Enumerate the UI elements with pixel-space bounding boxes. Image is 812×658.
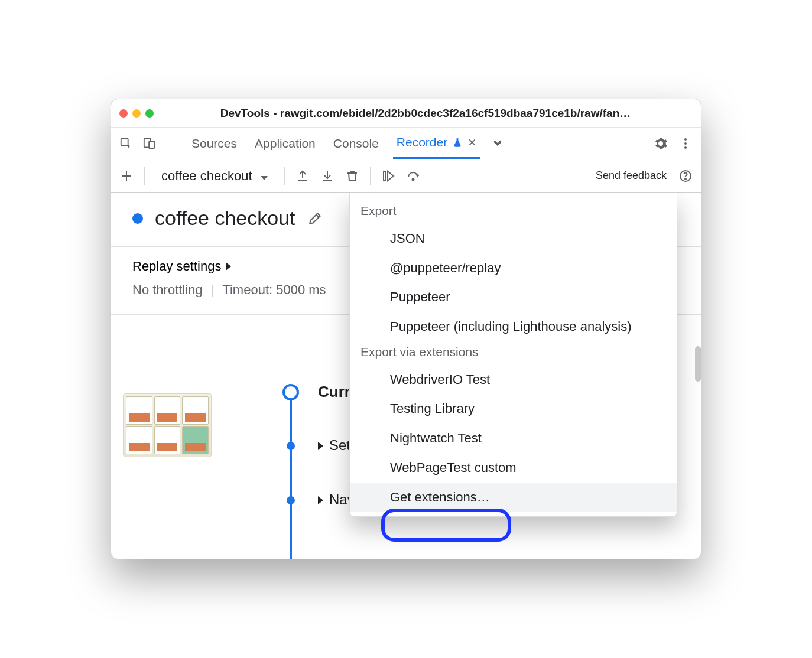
tab-recorder-label: Recorder <box>397 135 447 149</box>
tab-recorder[interactable]: Recorder <box>393 128 480 159</box>
tab-application[interactable]: Application <box>251 128 319 159</box>
separator <box>370 167 371 185</box>
help-icon[interactable] <box>678 169 693 183</box>
close-tab-icon[interactable] <box>467 138 477 147</box>
scrollbar[interactable] <box>695 346 701 382</box>
recording-selector[interactable]: coffee checkout <box>155 168 274 184</box>
zoom-icon[interactable] <box>145 109 154 118</box>
export-nightwatch[interactable]: Nightwatch Test <box>350 424 677 453</box>
import-icon[interactable] <box>320 169 334 183</box>
get-extensions[interactable]: Get extensions… <box>350 483 677 512</box>
device-toggle-icon[interactable] <box>143 137 156 150</box>
devtools-tabs: Sources Application Console Recorder <box>111 128 701 159</box>
devtools-window: DevTools - rawgit.com/ebidel/2d2bb0cdec3… <box>111 99 701 559</box>
step-over-icon[interactable] <box>406 169 420 183</box>
record-dot-icon <box>132 213 143 224</box>
export-section-label: Export <box>350 200 677 224</box>
window-title: DevTools - rawgit.com/ebidel/2d2bb0cdec3… <box>158 107 693 120</box>
flask-icon <box>452 137 463 148</box>
separator <box>284 167 285 185</box>
delete-icon[interactable] <box>345 169 359 183</box>
separator <box>144 167 145 185</box>
export-dropdown: Export JSON @puppeteer/replay Puppeteer … <box>349 193 677 517</box>
recording-title: coffee checkout <box>155 207 295 230</box>
tab-sources[interactable]: Sources <box>188 128 241 159</box>
add-recording-icon[interactable] <box>119 169 134 183</box>
tab-console[interactable]: Console <box>330 128 382 159</box>
chevron-right-icon <box>318 491 323 508</box>
recorder-toolbar: coffee checkout Send feedback <box>111 159 701 193</box>
timeline-start-icon <box>282 384 299 400</box>
export-puppeteer-lighthouse[interactable]: Puppeteer (including Lighthouse analysis… <box>350 312 677 341</box>
svg-rect-2 <box>149 141 154 148</box>
page-thumbnail <box>123 393 212 457</box>
export-puppeteer[interactable]: Puppeteer <box>350 282 677 312</box>
titlebar: DevTools - rawgit.com/ebidel/2d2bb0cdec3… <box>111 99 701 128</box>
export-puppeteer-replay[interactable]: @puppeteer/replay <box>350 253 677 283</box>
export-icon[interactable] <box>295 169 310 183</box>
svg-point-4 <box>684 142 687 145</box>
throttling-value: No throttling <box>132 282 203 298</box>
chevron-right-icon <box>318 437 323 454</box>
svg-point-3 <box>684 138 687 141</box>
recorder-content: coffee checkout Replay settings No throt… <box>111 193 701 559</box>
export-testing-library[interactable]: Testing Library <box>350 394 677 424</box>
send-feedback-link[interactable]: Send feedback <box>596 170 667 182</box>
kebab-menu-icon[interactable] <box>678 136 693 151</box>
chevron-right-icon <box>226 259 231 274</box>
minimize-icon[interactable] <box>132 109 141 118</box>
timeline-line <box>290 400 292 559</box>
timeline-bullet-icon <box>287 496 295 504</box>
edit-icon[interactable] <box>307 211 323 226</box>
replay-settings-label: Replay settings <box>132 259 221 274</box>
export-webdriverio[interactable]: WebdriverIO Test <box>350 365 677 395</box>
close-icon[interactable] <box>119 109 128 118</box>
timeline-bullet-icon <box>287 442 295 450</box>
timeout-value: Timeout: 5000 ms <box>222 282 326 298</box>
replay-icon[interactable] <box>381 169 395 183</box>
chevron-down-icon <box>261 168 268 184</box>
svg-point-9 <box>685 178 686 180</box>
inspect-icon[interactable] <box>119 137 132 150</box>
svg-point-5 <box>684 146 687 149</box>
svg-rect-6 <box>384 171 386 181</box>
settings-icon[interactable] <box>654 136 668 151</box>
more-tabs-icon[interactable] <box>491 137 504 150</box>
export-json[interactable]: JSON <box>350 224 677 253</box>
export-extensions-section-label: Export via extensions <box>350 341 677 365</box>
export-webpagetest[interactable]: WebPageTest custom <box>350 453 677 483</box>
recording-selector-label: coffee checkout <box>161 168 252 184</box>
svg-point-7 <box>412 178 414 180</box>
